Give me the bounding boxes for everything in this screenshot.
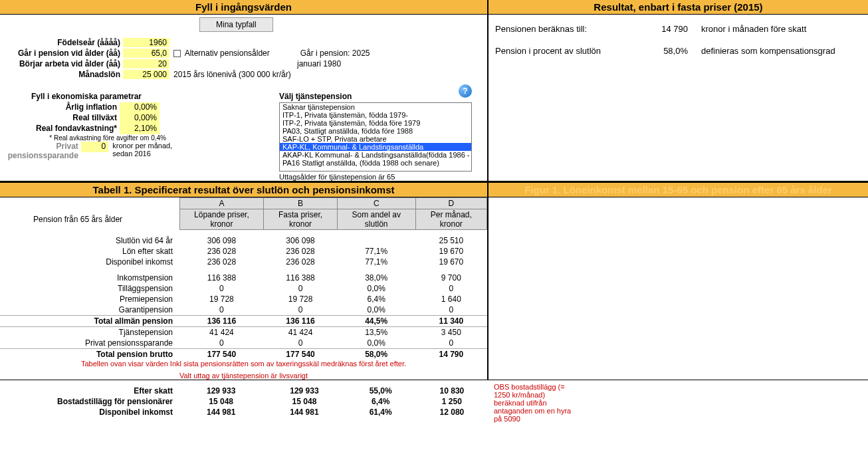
table-row: Garantipension000,0%0 xyxy=(0,304,487,316)
note-fund: * Real avkastning före avgifter om 0,4% xyxy=(0,134,166,142)
result2-value: 58,0% xyxy=(648,46,701,56)
obs-note: OBS bostadstillägg (= 1250 kr/månad) ber… xyxy=(488,380,575,423)
input-fund[interactable]: 2,10% xyxy=(120,124,160,134)
note-private: kronor per månad, sedan 2016 xyxy=(108,142,179,152)
label-retire-age: Går i pension vid ålder (åå) xyxy=(0,49,123,58)
header-params: Fyll i ekonomiska parametrar xyxy=(0,92,173,101)
label-alt-age: Alternativ pensionsålder xyxy=(185,49,270,58)
table-row: Privat pensionssparande000,0%0 xyxy=(0,338,487,349)
table-note1: Tabellen ovan visar värden Inkl sista pe… xyxy=(0,360,487,368)
table-row: Disponibel inkomst144 981144 98161,4%12 … xyxy=(0,407,488,417)
listbox-item[interactable]: Saknar tjänstepension xyxy=(280,103,471,111)
listbox-item[interactable]: ITP-2, Privata tjänstemän, födda före 19… xyxy=(280,119,471,127)
header-table: Tabell 1. Specificerat resultat över slu… xyxy=(0,183,487,197)
result1-label: Pensionen beräknas till: xyxy=(495,24,648,34)
header-results: Resultat, enbart i fasta priser (2015) xyxy=(488,0,868,15)
table-row: Inkomstpension116 388116 38838,0%9 700 xyxy=(0,273,487,283)
table-row: Disponibel inkomst236 028236 02877,1%19 … xyxy=(0,257,487,267)
result2-desc: definieras som kompensationsgrad xyxy=(701,46,861,56)
input-work-age[interactable]: 20 xyxy=(123,59,169,68)
table-row: Tilläggspension000,0%0 xyxy=(0,283,487,294)
listbox-item[interactable]: PA03, Statligt anställda, födda före 198… xyxy=(280,127,471,135)
header-tp: Välj tjänstepension xyxy=(279,92,352,101)
label-growth: Real tillväxt xyxy=(0,113,120,124)
table-row: Lön efter skatt236 028236 02877,1%19 670 xyxy=(0,246,487,257)
input-salary[interactable]: 25 000 xyxy=(123,70,169,79)
table-row: Tjänstepension41 42441 42413,5%3 450 xyxy=(0,326,487,338)
listbox-item[interactable]: KAP-KL, Kommunal- & Landstingsanställda xyxy=(280,143,471,151)
input-inflation[interactable]: 0,00% xyxy=(120,102,160,113)
table-row: Bostadstillägg för pensionärer15 04815 0… xyxy=(0,396,488,407)
header-figure: Figur 1. Löneinkomst mellan 15-65 och pe… xyxy=(488,183,868,197)
note-tp-age: Uttagsålder för tjänstepension är 65 xyxy=(279,173,472,181)
listbox-item[interactable]: ITP-1, Privata tjänstemän, födda 1979- xyxy=(280,111,471,119)
table-row: Total allmän pension136 116136 11644,5%1… xyxy=(0,315,487,326)
btn-typfall[interactable]: Mina typfall xyxy=(199,17,273,32)
table-row: Efter skatt129 933129 93355,0%10 830 xyxy=(0,386,488,396)
bottom-table: Efter skatt129 933129 93355,0%10 830Bost… xyxy=(0,380,488,417)
result1-value: 14 790 xyxy=(648,24,701,34)
listbox-item[interactable]: SAF-LO + STP, Privata arbetare xyxy=(280,135,471,143)
label-work-start: januari 1980 xyxy=(293,59,341,68)
table-row: Premiepension19 72819 7286,4%1 640 xyxy=(0,294,487,304)
label-salary: Månadslön xyxy=(0,70,123,79)
input-growth[interactable]: 0,00% xyxy=(120,113,160,124)
label-work-age: Börjar arbeta vid ålder (åå) xyxy=(0,59,123,68)
label-salary-note: 2015 års lönenivå (300 000 kr/år) xyxy=(169,70,291,79)
label-fund: Real fondavkastning* xyxy=(0,124,120,134)
table-row: Total pension brutto177 540177 54058,0%1… xyxy=(0,348,487,360)
label-private: Privat pensionssparande xyxy=(0,142,81,152)
listbox-item[interactable]: PA16 Statligt anställda, (födda 1988 och… xyxy=(280,159,471,167)
table-note2: Valt uttag av tjänstepension är livsvari… xyxy=(0,372,487,380)
listbox-tp[interactable]: Saknar tjänstepensionITP-1, Privata tjän… xyxy=(279,102,472,172)
label-retire-year: Går i pension: 2025 xyxy=(296,49,370,58)
results-table: A B C D Pension från 65 års ålder Löpand… xyxy=(0,197,487,360)
help-icon[interactable]: ? xyxy=(459,84,472,98)
result1-desc: kronor i månaden före skatt xyxy=(701,24,861,34)
input-birthyear[interactable]: 1960 xyxy=(123,38,169,47)
label-inflation: Årlig inflation xyxy=(0,102,120,113)
table-row: Slutlön vid 64 år306 098306 09825 510 xyxy=(0,235,487,246)
checkbox-alt-age[interactable] xyxy=(173,50,181,57)
listbox-item[interactable]: AKAP-KL Kommunal- & Landstingsanställda(… xyxy=(280,151,471,159)
label-birthyear: Födelseår (åååå) xyxy=(0,38,123,47)
input-private[interactable]: 0 xyxy=(81,142,108,152)
header-inputs: Fyll i ingångsvärden xyxy=(0,0,487,15)
result2-label: Pension i procent av slutlön xyxy=(495,46,648,56)
input-retire-age[interactable]: 65,0 xyxy=(123,49,169,58)
